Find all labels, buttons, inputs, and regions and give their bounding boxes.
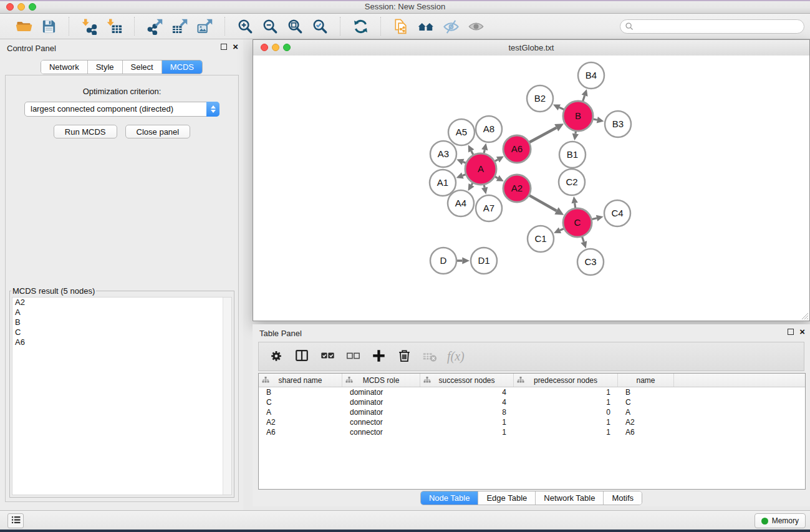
- table-row[interactable]: A6connector11A6: [259, 427, 805, 437]
- table-tab-network-table[interactable]: Network Table: [536, 491, 604, 505]
- task-history-button[interactable]: [7, 513, 24, 528]
- node-C4[interactable]: C4: [604, 200, 630, 226]
- float-panel-icon[interactable]: [221, 44, 227, 50]
- edge-A-A2[interactable]: [495, 175, 504, 181]
- edge-B-B4[interactable]: [582, 89, 588, 101]
- edge-C-C4[interactable]: [592, 215, 603, 221]
- edge-B-B1[interactable]: [572, 132, 579, 140]
- edge-A-A6[interactable]: [495, 157, 504, 163]
- open-file-button[interactable]: [11, 16, 36, 36]
- copy-network-button[interactable]: [388, 16, 413, 36]
- mcds-result-item[interactable]: A2: [12, 297, 231, 307]
- import-network-button[interactable]: [77, 16, 102, 36]
- network-window-titlebar[interactable]: testGlobe.txt: [253, 40, 809, 56]
- node-D[interactable]: D: [430, 248, 456, 274]
- column-header-name[interactable]: name: [618, 374, 674, 387]
- node-C3[interactable]: C3: [577, 249, 604, 275]
- edge-B-B3[interactable]: [593, 117, 604, 123]
- window-resize-grip[interactable]: [800, 311, 809, 320]
- table-tab-node-table[interactable]: Node Table: [421, 491, 479, 505]
- node-C[interactable]: C: [563, 208, 592, 237]
- edge-C-C3[interactable]: [581, 237, 587, 248]
- edge-C-C1[interactable]: [554, 228, 564, 234]
- edge-A6-B[interactable]: [529, 123, 564, 142]
- node-A3[interactable]: A3: [430, 141, 456, 167]
- node-B4[interactable]: B4: [578, 62, 604, 89]
- table-row[interactable]: Bdominator41B: [259, 387, 805, 397]
- table-row[interactable]: Cdominator41C: [259, 397, 805, 407]
- edge-A-A7[interactable]: [481, 185, 488, 194]
- node-A4[interactable]: A4: [448, 190, 474, 216]
- mcds-result-list[interactable]: A2ABCA6: [12, 297, 232, 495]
- delete-column-button[interactable]: [396, 349, 412, 365]
- node-A6[interactable]: A6: [503, 135, 531, 163]
- node-B2[interactable]: B2: [527, 85, 553, 112]
- zoom-fit-button[interactable]: [282, 16, 307, 36]
- search-input[interactable]: [620, 19, 804, 34]
- mcds-result-item[interactable]: A: [12, 307, 231, 317]
- tab-mcds[interactable]: MCDS: [162, 60, 202, 74]
- table-row[interactable]: A2connector11A2: [259, 417, 805, 427]
- edge-C-C2[interactable]: [571, 196, 577, 208]
- node-A[interactable]: A: [465, 153, 496, 185]
- edge-A-A4[interactable]: [468, 183, 475, 191]
- export-image-button[interactable]: [192, 16, 217, 36]
- table-tab-edge-table[interactable]: Edge Table: [478, 491, 536, 505]
- tab-style[interactable]: Style: [88, 60, 123, 74]
- unselect-all-columns-button[interactable]: [345, 349, 361, 365]
- mcds-result-item[interactable]: C: [12, 327, 231, 337]
- home-view-button[interactable]: [413, 16, 438, 36]
- column-header-shared-name[interactable]: shared name: [259, 374, 342, 387]
- mcds-result-item[interactable]: A6: [12, 337, 231, 347]
- column-header-successor-nodes[interactable]: successor nodes: [420, 374, 514, 387]
- hide-selected-button[interactable]: [438, 16, 463, 36]
- close-panel-button[interactable]: Close panel: [125, 125, 191, 138]
- node-B1[interactable]: B1: [559, 142, 586, 168]
- node-A1[interactable]: A1: [430, 170, 456, 196]
- edge-D-D1[interactable]: [457, 257, 470, 264]
- show-all-button[interactable]: [463, 16, 488, 36]
- tab-select[interactable]: Select: [123, 60, 162, 74]
- add-column-button[interactable]: [370, 349, 387, 365]
- zoom-out-button[interactable]: [258, 16, 282, 36]
- tab-network[interactable]: Network: [41, 60, 88, 74]
- export-table-button[interactable]: [167, 16, 192, 36]
- node-B[interactable]: B: [563, 101, 593, 131]
- optimization-criterion-dropdown[interactable]: largest connected component (directed): [24, 102, 219, 117]
- node-B3[interactable]: B3: [605, 111, 631, 137]
- edge-A-A1[interactable]: [456, 173, 466, 179]
- import-table-button[interactable]: [102, 16, 127, 36]
- node-D1[interactable]: D1: [471, 248, 497, 274]
- close-panel-icon[interactable]: [233, 44, 238, 50]
- run-mcds-button[interactable]: Run MCDS: [54, 125, 117, 138]
- edge-A-A3[interactable]: [456, 159, 466, 165]
- node-A7[interactable]: A7: [476, 195, 502, 221]
- node-C1[interactable]: C1: [528, 226, 554, 252]
- edge-A-A8[interactable]: [481, 143, 488, 153]
- memory-button[interactable]: Memory: [755, 513, 806, 528]
- close-table-panel-icon[interactable]: [799, 329, 805, 335]
- column-header-predecessor-nodes[interactable]: predecessor nodes: [514, 374, 618, 387]
- save-session-button[interactable]: [36, 16, 61, 36]
- mcds-result-item[interactable]: B: [12, 317, 231, 327]
- zoom-in-button[interactable]: [233, 16, 258, 36]
- node-A5[interactable]: A5: [448, 119, 475, 145]
- settings-gear-button[interactable]: [268, 349, 284, 365]
- refresh-view-button[interactable]: [348, 16, 373, 36]
- network-canvas[interactable]: B4B2BB3A8A5A6B1A3AC2A1A2A4A7C4CC1C3DD1: [253, 56, 809, 321]
- edge-A-A5[interactable]: [468, 145, 475, 155]
- node-A8[interactable]: A8: [476, 116, 502, 142]
- zoom-selected-button[interactable]: [307, 16, 332, 36]
- table-row[interactable]: Adominator80A: [259, 407, 805, 417]
- float-table-panel-icon[interactable]: [788, 329, 794, 335]
- node-A2[interactable]: A2: [503, 175, 531, 202]
- edge-B-B2[interactable]: [553, 104, 564, 110]
- export-network-button[interactable]: [142, 16, 167, 36]
- scrollbar[interactable]: [223, 297, 231, 495]
- select-all-columns-button[interactable]: [319, 349, 335, 365]
- edge-A2-C[interactable]: [529, 195, 564, 215]
- table-tab-motifs[interactable]: Motifs: [604, 491, 642, 505]
- column-header-MCDS-role[interactable]: MCDS role: [342, 374, 420, 387]
- node-C2[interactable]: C2: [559, 169, 585, 195]
- columns-layout-button[interactable]: [294, 349, 310, 365]
